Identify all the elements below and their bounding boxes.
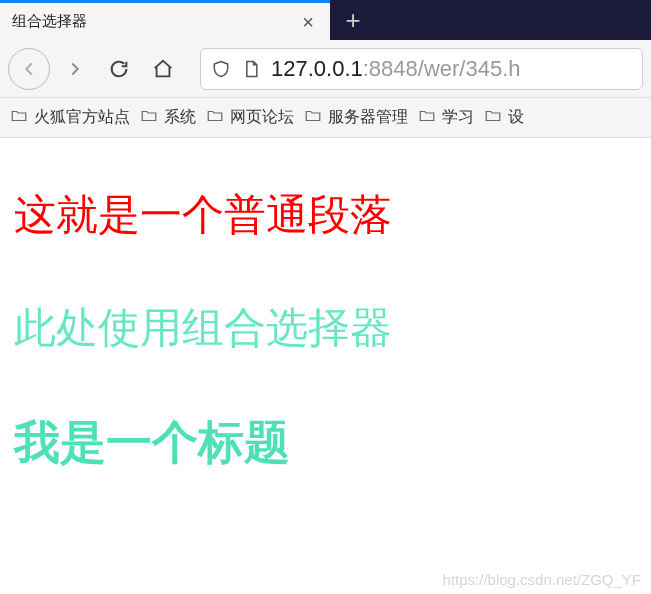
page-heading: 我是一个标题 bbox=[14, 413, 637, 473]
bookmark-item[interactable]: 系统 bbox=[140, 107, 196, 129]
url-bar[interactable]: 127.0.0.1:8848/wer/345.h bbox=[200, 48, 643, 90]
folder-icon bbox=[10, 107, 28, 129]
close-icon[interactable]: × bbox=[298, 12, 318, 32]
back-button[interactable] bbox=[8, 48, 50, 90]
folder-icon bbox=[304, 107, 322, 129]
bookmark-item[interactable]: 学习 bbox=[418, 107, 474, 129]
tab-title: 组合选择器 bbox=[12, 12, 298, 31]
bookmark-item[interactable]: 网页论坛 bbox=[206, 107, 294, 129]
bookmarks-bar: 火狐官方站点 系统 网页论坛 服务器管理 学习 设 bbox=[0, 98, 651, 138]
home-button[interactable] bbox=[144, 50, 182, 88]
forward-button[interactable] bbox=[56, 50, 94, 88]
nav-toolbar: 127.0.0.1:8848/wer/345.h bbox=[0, 40, 651, 98]
tab-bar: 组合选择器 × + bbox=[0, 0, 651, 40]
url-path: /wer/345.h bbox=[418, 56, 521, 81]
url-port: :8848 bbox=[363, 56, 418, 81]
bookmark-label: 设 bbox=[508, 107, 524, 128]
folder-icon bbox=[206, 107, 224, 129]
paragraph-normal: 这就是一个普通段落 bbox=[14, 188, 637, 243]
new-tab-button[interactable]: + bbox=[330, 0, 376, 40]
bookmark-item[interactable]: 火狐官方站点 bbox=[10, 107, 130, 129]
bookmark-label: 网页论坛 bbox=[230, 107, 294, 128]
page-icon[interactable] bbox=[241, 59, 261, 79]
folder-icon bbox=[140, 107, 158, 129]
bookmark-item[interactable]: 服务器管理 bbox=[304, 107, 408, 129]
page-content: 这就是一个普通段落 此处使用组合选择器 我是一个标题 bbox=[0, 138, 651, 473]
url-text: 127.0.0.1:8848/wer/345.h bbox=[271, 56, 521, 82]
bookmark-label: 学习 bbox=[442, 107, 474, 128]
url-host: 127.0.0.1 bbox=[271, 56, 363, 81]
bookmark-item[interactable]: 设 bbox=[484, 107, 524, 129]
bookmark-label: 火狐官方站点 bbox=[34, 107, 130, 128]
watermark: https://blog.csdn.net/ZGQ_YF bbox=[443, 571, 641, 588]
browser-tab[interactable]: 组合选择器 × bbox=[0, 0, 330, 40]
bookmark-label: 系统 bbox=[164, 107, 196, 128]
bookmark-label: 服务器管理 bbox=[328, 107, 408, 128]
reload-button[interactable] bbox=[100, 50, 138, 88]
shield-icon[interactable] bbox=[211, 59, 231, 79]
paragraph-combined-selector: 此处使用组合选择器 bbox=[14, 301, 637, 356]
folder-icon bbox=[418, 107, 436, 129]
folder-icon bbox=[484, 107, 502, 129]
